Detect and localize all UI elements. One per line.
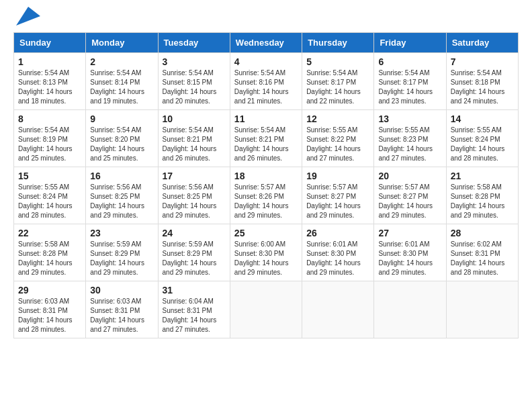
table-row: 26Sunrise: 6:01 AMSunset: 8:30 PMDayligh… [302,224,374,281]
day-number: 22 [18,228,81,238]
table-row: 24Sunrise: 5:59 AMSunset: 8:29 PMDayligh… [158,224,230,281]
calendar-wrapper: SundayMondayTuesdayWednesdayThursdayFrid… [0,32,532,345]
table-row: 11Sunrise: 5:54 AMSunset: 8:21 PMDayligh… [230,110,302,167]
svg-marker-0 [16,7,40,26]
calendar-day-header: Friday [374,33,446,53]
day-info: Sunrise: 5:54 AMSunset: 8:17 PMDaylight:… [306,68,369,106]
day-number: 23 [90,228,153,238]
day-info: Sunrise: 5:56 AMSunset: 8:25 PMDaylight:… [90,183,153,220]
table-row: 23Sunrise: 5:59 AMSunset: 8:29 PMDayligh… [86,224,158,281]
table-row: 31Sunrise: 6:04 AMSunset: 8:31 PMDayligh… [158,281,230,338]
day-info: Sunrise: 6:03 AMSunset: 8:31 PMDaylight:… [90,297,153,334]
day-info: Sunrise: 6:04 AMSunset: 8:31 PMDaylight:… [163,297,226,334]
table-row: 21Sunrise: 5:58 AMSunset: 8:28 PMDayligh… [446,167,518,224]
table-row: 10Sunrise: 5:54 AMSunset: 8:21 PMDayligh… [158,110,230,167]
table-row [374,281,446,338]
day-number: 29 [18,285,81,295]
calendar-day-header: Sunday [14,33,86,53]
day-info: Sunrise: 5:54 AMSunset: 8:20 PMDaylight:… [90,126,153,163]
day-number: 20 [378,171,441,181]
day-info: Sunrise: 5:55 AMSunset: 8:23 PMDaylight:… [378,126,441,163]
table-row: 28Sunrise: 6:02 AMSunset: 8:31 PMDayligh… [446,224,518,281]
table-row: 27Sunrise: 6:01 AMSunset: 8:30 PMDayligh… [374,224,446,281]
table-row: 18Sunrise: 5:57 AMSunset: 8:26 PMDayligh… [230,167,302,224]
calendar-week-row: 8Sunrise: 5:54 AMSunset: 8:19 PMDaylight… [14,110,519,167]
table-row: 14Sunrise: 5:55 AMSunset: 8:24 PMDayligh… [446,110,518,167]
day-info: Sunrise: 5:54 AMSunset: 8:13 PMDaylight:… [18,68,81,106]
day-number: 25 [234,228,298,238]
day-number: 31 [163,285,226,295]
calendar-day-header: Tuesday [158,33,230,53]
table-row: 5Sunrise: 5:54 AMSunset: 8:17 PMDaylight… [302,53,374,110]
day-number: 7 [451,56,514,67]
day-number: 19 [306,171,369,181]
table-row: 2Sunrise: 5:54 AMSunset: 8:14 PMDaylight… [86,53,158,110]
day-number: 6 [378,56,441,67]
day-number: 8 [18,113,81,124]
day-info: Sunrise: 6:01 AMSunset: 8:30 PMDaylight:… [306,240,369,277]
day-info: Sunrise: 5:54 AMSunset: 8:17 PMDaylight:… [378,68,441,106]
day-info: Sunrise: 5:55 AMSunset: 8:22 PMDaylight:… [306,126,369,163]
day-info: Sunrise: 5:58 AMSunset: 8:28 PMDaylight:… [18,240,81,277]
day-info: Sunrise: 5:54 AMSunset: 8:16 PMDaylight:… [234,68,298,106]
day-number: 10 [163,113,226,124]
day-info: Sunrise: 6:01 AMSunset: 8:30 PMDaylight:… [378,240,441,277]
logo-icon [16,7,40,26]
table-row: 13Sunrise: 5:55 AMSunset: 8:23 PMDayligh… [374,110,446,167]
table-row: 9Sunrise: 5:54 AMSunset: 8:20 PMDaylight… [86,110,158,167]
table-row [302,281,374,338]
logo [13,12,40,26]
table-row: 3Sunrise: 5:54 AMSunset: 8:15 PMDaylight… [158,53,230,110]
day-number: 14 [451,113,514,124]
day-info: Sunrise: 5:54 AMSunset: 8:21 PMDaylight:… [163,126,226,163]
calendar-week-row: 1Sunrise: 5:54 AMSunset: 8:13 PMDaylight… [14,53,519,110]
calendar-week-row: 15Sunrise: 5:55 AMSunset: 8:24 PMDayligh… [14,167,519,224]
table-row: 1Sunrise: 5:54 AMSunset: 8:13 PMDaylight… [14,53,86,110]
calendar-day-header: Wednesday [230,33,302,53]
day-number: 16 [90,171,153,181]
calendar-day-header: Thursday [302,33,374,53]
calendar-table: SundayMondayTuesdayWednesdayThursdayFrid… [13,32,519,338]
day-number: 4 [234,56,298,67]
day-number: 21 [451,171,514,181]
calendar-day-header: Saturday [446,33,518,53]
day-info: Sunrise: 5:58 AMSunset: 8:28 PMDaylight:… [451,183,514,220]
table-row: 17Sunrise: 5:56 AMSunset: 8:25 PMDayligh… [158,167,230,224]
day-number: 5 [306,56,369,67]
table-row [446,281,518,338]
day-number: 24 [163,228,226,238]
table-row: 16Sunrise: 5:56 AMSunset: 8:25 PMDayligh… [86,167,158,224]
day-info: Sunrise: 5:59 AMSunset: 8:29 PMDaylight:… [90,240,153,277]
day-number: 26 [306,228,369,238]
day-number: 17 [163,171,226,181]
calendar-week-row: 29Sunrise: 6:03 AMSunset: 8:31 PMDayligh… [14,281,519,338]
day-number: 12 [306,113,369,124]
day-number: 9 [90,113,153,124]
table-row: 19Sunrise: 5:57 AMSunset: 8:27 PMDayligh… [302,167,374,224]
table-row: 25Sunrise: 6:00 AMSunset: 8:30 PMDayligh… [230,224,302,281]
table-row: 15Sunrise: 5:55 AMSunset: 8:24 PMDayligh… [14,167,86,224]
day-info: Sunrise: 5:56 AMSunset: 8:25 PMDaylight:… [163,183,226,220]
day-info: Sunrise: 5:54 AMSunset: 8:15 PMDaylight:… [163,68,226,106]
day-number: 15 [18,171,81,181]
calendar-week-row: 22Sunrise: 5:58 AMSunset: 8:28 PMDayligh… [14,224,519,281]
day-info: Sunrise: 5:57 AMSunset: 8:27 PMDaylight:… [378,183,441,220]
day-info: Sunrise: 6:03 AMSunset: 8:31 PMDaylight:… [18,297,81,334]
table-row: 20Sunrise: 5:57 AMSunset: 8:27 PMDayligh… [374,167,446,224]
table-row: 29Sunrise: 6:03 AMSunset: 8:31 PMDayligh… [14,281,86,338]
day-info: Sunrise: 5:54 AMSunset: 8:19 PMDaylight:… [18,126,81,163]
table-row: 4Sunrise: 5:54 AMSunset: 8:16 PMDaylight… [230,53,302,110]
day-number: 28 [451,228,514,238]
table-row [230,281,302,338]
day-info: Sunrise: 5:59 AMSunset: 8:29 PMDaylight:… [163,240,226,277]
day-info: Sunrise: 6:00 AMSunset: 8:30 PMDaylight:… [234,240,298,277]
table-row: 30Sunrise: 6:03 AMSunset: 8:31 PMDayligh… [86,281,158,338]
table-row: 12Sunrise: 5:55 AMSunset: 8:22 PMDayligh… [302,110,374,167]
day-number: 18 [234,171,298,181]
page-header [0,0,532,32]
day-number: 2 [90,56,153,67]
day-info: Sunrise: 5:54 AMSunset: 8:18 PMDaylight:… [451,68,514,106]
day-number: 30 [90,285,153,295]
day-info: Sunrise: 6:02 AMSunset: 8:31 PMDaylight:… [451,240,514,277]
day-info: Sunrise: 5:57 AMSunset: 8:26 PMDaylight:… [234,183,298,220]
